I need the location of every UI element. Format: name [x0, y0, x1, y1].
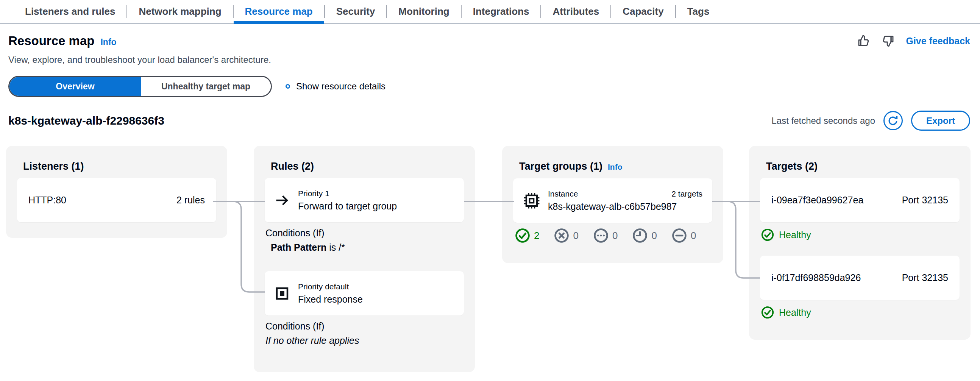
refresh-button[interactable] — [883, 111, 903, 130]
healthy-check-icon — [515, 228, 531, 244]
target-instance-id: i-09ea7f3e0a99627ea — [772, 194, 863, 206]
page-title: Resource map — [8, 34, 94, 48]
tab-tags[interactable]: Tags — [676, 0, 721, 23]
rule-node-priority-1[interactable]: Priority 1 Forward to target group — [265, 178, 464, 222]
resource-map-canvas: Listeners (1) HTTP:80 2 rules Rules (2) … — [0, 146, 980, 381]
unused-minus-icon — [671, 228, 687, 244]
thumbs-up-icon[interactable] — [858, 35, 870, 47]
unhealthy-count: 0 — [573, 230, 578, 242]
toggle-label: Show resource details — [296, 81, 385, 92]
healthy-check-icon — [761, 228, 775, 242]
listener-protocol-port: HTTP:80 — [29, 194, 66, 206]
targets-column: Targets (2) i-09ea7f3e0a99627ea Port 321… — [749, 146, 970, 340]
toggle-knob — [278, 88, 286, 96]
tab-resource-map[interactable]: Resource map — [234, 0, 324, 23]
target-health-summary: 2 0 0 — [515, 228, 712, 244]
give-feedback-link[interactable]: Give feedback — [906, 36, 970, 46]
instance-chip-icon — [523, 192, 540, 209]
target-status: Healthy — [779, 307, 811, 318]
view-segmented-control: Overview Unhealthy target map — [8, 76, 272, 97]
refresh-icon — [887, 115, 899, 126]
tab-integrations[interactable]: Integrations — [461, 0, 541, 23]
target-node-2[interactable]: i-0f17df698859da926 Port 32135 — [760, 256, 959, 300]
target-status: Healthy — [779, 230, 811, 241]
rule-priority-label: Priority default — [298, 282, 363, 291]
rule-condition: Path Pattern is /* — [266, 242, 464, 253]
target-group-type: Instance — [548, 190, 578, 198]
rule-action: Forward to target group — [298, 201, 397, 212]
healthy-check-icon — [761, 306, 775, 319]
tab-capacity[interactable]: Capacity — [611, 0, 675, 23]
rule-conditions-label: Conditions (If) — [266, 228, 464, 239]
target-groups-column: Target groups (1) Info Instance 2 target… — [502, 146, 723, 263]
rule-node-priority-default[interactable]: Priority default Fixed response — [265, 271, 464, 316]
fixed-response-icon — [275, 286, 290, 301]
target-node-1[interactable]: i-09ea7f3e0a99627ea Port 32135 — [760, 178, 959, 222]
resource-map-info-link[interactable]: Info — [100, 37, 116, 47]
target-group-name: k8s-kgateway-alb-c6b57be987 — [548, 201, 702, 212]
unused-count: 0 — [691, 230, 696, 242]
unhealthy-x-icon — [554, 228, 570, 244]
initial-count: 0 — [651, 230, 657, 242]
tab-monitoring[interactable]: Monitoring — [387, 0, 460, 23]
rule-action: Fixed response — [298, 294, 363, 305]
show-resource-details-toggle[interactable] — [286, 84, 290, 89]
pending-count: 0 — [612, 230, 617, 242]
rules-column-title: Rules (2) — [271, 160, 464, 173]
tab-security[interactable]: Security — [325, 0, 387, 23]
tab-bar: Listeners and rules Network mapping Reso… — [0, 0, 980, 24]
listener-node-http-80[interactable]: HTTP:80 2 rules — [17, 178, 216, 222]
target-groups-column-title: Target groups (1) — [519, 160, 603, 173]
condition-field: Path Pattern — [271, 242, 326, 253]
rule-conditions-label: Conditions (If) — [266, 321, 464, 332]
target-instance-id: i-0f17df698859da926 — [772, 272, 861, 283]
listeners-column-title: Listeners (1) — [23, 160, 216, 173]
rules-column: Rules (2) Priority 1 Forward to target g… — [254, 146, 475, 372]
tab-listeners-and-rules[interactable]: Listeners and rules — [14, 0, 126, 23]
healthy-count: 2 — [534, 230, 539, 242]
last-fetched-text: Last fetched seconds ago — [772, 115, 875, 126]
export-button[interactable]: Export — [911, 111, 970, 131]
segment-unhealthy-target-map[interactable]: Unhealthy target map — [141, 77, 271, 96]
target-groups-info-link[interactable]: Info — [608, 161, 622, 173]
targets-column-title: Targets (2) — [766, 160, 959, 173]
segment-overview[interactable]: Overview — [10, 77, 141, 96]
rule-condition: If no other rule applies — [266, 335, 464, 346]
load-balancer-name: k8s-kgateway-alb-f2298636f3 — [8, 114, 164, 127]
tab-attributes[interactable]: Attributes — [541, 0, 611, 23]
target-group-targets-count: 2 targets — [671, 190, 702, 198]
pending-ellipsis-icon — [593, 228, 609, 244]
target-group-node[interactable]: Instance 2 targets k8s-kgateway-alb-c6b5… — [513, 179, 712, 223]
listeners-column: Listeners (1) HTTP:80 2 rules — [6, 146, 227, 238]
condition-value: is /* — [326, 242, 345, 253]
page-description: View, explore, and troubleshoot your loa… — [8, 54, 970, 65]
target-port: Port 32135 — [902, 194, 948, 206]
target-port: Port 32135 — [902, 272, 948, 283]
rule-priority-label: Priority 1 — [298, 189, 397, 198]
arrow-right-icon — [275, 193, 290, 208]
thumbs-down-icon[interactable] — [881, 35, 894, 47]
initial-clock-icon — [632, 228, 648, 244]
tab-network-mapping[interactable]: Network mapping — [127, 0, 232, 23]
listener-rules-count: 2 rules — [177, 194, 205, 206]
